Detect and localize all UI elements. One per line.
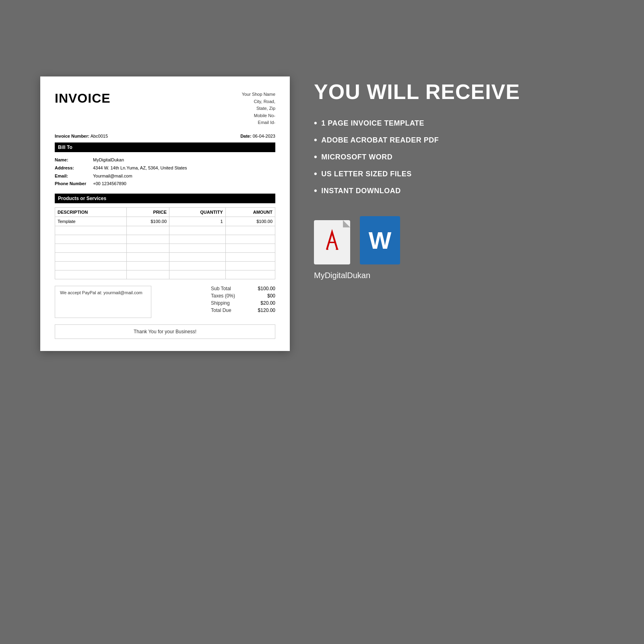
shop-line5: Email Id- (242, 119, 275, 126)
invoice-document: INVOICE Your Shop Name City, Road, State… (40, 76, 290, 351)
col-description: DESCRIPTION (55, 208, 127, 217)
shop-line3: State, Zip (242, 105, 275, 112)
invoice-title: INVOICE (55, 91, 111, 106)
cell-quantity (169, 235, 226, 244)
cell-price (126, 226, 169, 235)
table-row (55, 235, 275, 244)
bill-to-section: Bill To Name: MyDigitalDukan Address: 43… (55, 142, 275, 188)
items-table: DESCRIPTION PRICE QUANTITY AMOUNT Templa… (55, 207, 275, 279)
invoice-date: Date: 06-04-2023 (240, 134, 275, 138)
word-letter: W (369, 227, 392, 254)
payment-box: We accept PayPal at: yourmail@mail.com (55, 286, 151, 318)
cell-description (55, 235, 127, 244)
pdf-acrobat-symbol (322, 229, 342, 256)
invoice-header: INVOICE Your Shop Name City, Road, State… (55, 91, 275, 126)
bill-to-table: Name: MyDigitalDukan Address: 4344 W. 14… (55, 156, 275, 188)
pdf-icon (314, 220, 350, 264)
table-row (55, 270, 275, 279)
thank-you-box: Thank You for your Business! (55, 324, 275, 339)
table-row (55, 226, 275, 235)
subtotal-row: Sub Total $100.00 (211, 286, 275, 291)
feature-item: MICROSOFT WORD (314, 152, 604, 162)
cell-price (126, 235, 169, 244)
cell-amount (225, 226, 275, 235)
table-row (55, 244, 275, 253)
col-amount: AMOUNT (225, 208, 275, 217)
products-section: Products or Services DESCRIPTION PRICE Q… (55, 194, 275, 279)
cell-amount (225, 235, 275, 244)
total-row: Total Due $120.00 (211, 308, 275, 313)
cell-amount (225, 253, 275, 262)
cell-amount: $100.00 (225, 217, 275, 226)
shop-info: Your Shop Name City, Road, State, Zip Mo… (242, 91, 275, 126)
invoice-meta: Invoice Number: Abc0015 Date: 06-04-2023 (55, 134, 275, 138)
shop-line2: City, Road, (242, 98, 275, 105)
cell-quantity: 1 (169, 217, 226, 226)
bill-to-header: Bill To (55, 142, 275, 152)
cell-price: $100.00 (126, 217, 169, 226)
bill-to-address-row: Address: 4344 W. 14th Ln.Yuma, AZ, 5364,… (55, 164, 275, 172)
feature-list: 1 PAGE INVOICE TEMPLATEADOBE ACROBAT REA… (314, 118, 604, 196)
cell-description (55, 270, 127, 279)
col-quantity: QUANTITY (169, 208, 226, 217)
feature-item: US LETTER SIZED FILES (314, 169, 604, 179)
totals-section: Sub Total $100.00 Taxes (0%) $00 Shippin… (211, 286, 275, 315)
feature-item: INSTANT DOWNLOAD (314, 186, 604, 196)
cell-quantity (169, 244, 226, 253)
taxes-row: Taxes (0%) $00 (211, 293, 275, 299)
word-icon: W (360, 216, 400, 264)
table-row: Template$100.001$100.00 (55, 217, 275, 226)
file-icons: W (314, 216, 604, 264)
cell-price (126, 253, 169, 262)
feature-item: 1 PAGE INVOICE TEMPLATE (314, 118, 604, 128)
cell-description: Template (55, 217, 127, 226)
table-row (55, 262, 275, 270)
cell-description (55, 244, 127, 253)
cell-quantity (169, 226, 226, 235)
cell-quantity (169, 262, 226, 270)
bill-to-phone-row: Phone Number +00 1234567890 (55, 180, 275, 188)
shop-name: Your Shop Name (242, 91, 275, 98)
info-panel: YOU WILL RECEIVE 1 PAGE INVOICE TEMPLATE… (314, 76, 604, 280)
cell-description (55, 262, 127, 270)
info-heading: YOU WILL RECEIVE (314, 80, 604, 103)
brand-name: MyDigitalDukan (314, 271, 604, 280)
cell-amount (225, 244, 275, 253)
cell-amount (225, 262, 275, 270)
cell-amount (225, 270, 275, 279)
cell-price (126, 270, 169, 279)
cell-price (126, 244, 169, 253)
cell-quantity (169, 253, 226, 262)
col-price: PRICE (126, 208, 169, 217)
shop-line4: Mobile No- (242, 112, 275, 120)
shipping-row: Shipping $20.00 (211, 300, 275, 306)
cell-description (55, 253, 127, 262)
main-container: INVOICE Your Shop Name City, Road, State… (40, 60, 604, 584)
invoice-number: Invoice Number: Abc0015 (55, 134, 108, 138)
table-row (55, 253, 275, 262)
cell-quantity (169, 270, 226, 279)
bill-to-name-row: Name: MyDigitalDukan (55, 156, 275, 164)
products-header: Products or Services (55, 194, 275, 203)
feature-item: ADOBE ACROBAT READER PDF (314, 135, 604, 145)
cell-price (126, 262, 169, 270)
bottom-section: We accept PayPal at: yourmail@mail.com S… (55, 286, 275, 318)
bill-to-email-row: Email: Yourmail@mail.com (55, 172, 275, 180)
cell-description (55, 226, 127, 235)
